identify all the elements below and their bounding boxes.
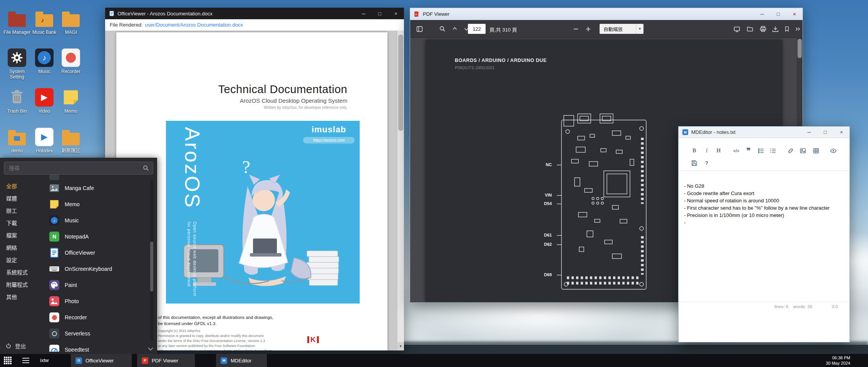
- italic-icon[interactable]: I: [702, 147, 711, 155]
- desktop-icon-holodex[interactable]: ▶ Holodex: [30, 127, 59, 153]
- page-number-input[interactable]: [468, 24, 486, 34]
- app-row-music[interactable]: ♪ Music: [45, 212, 149, 229]
- scrollbar-thumb[interactable]: [798, 39, 802, 58]
- bullet-list-icon[interactable]: [757, 147, 765, 155]
- zoom-out-icon[interactable]: [572, 25, 580, 33]
- close-button[interactable]: ×: [833, 127, 850, 138]
- desktop-icon-demo[interactable]: demo: [3, 127, 31, 153]
- minimize-button[interactable]: ─: [355, 8, 372, 19]
- mdeditor-icon: M: [682, 129, 688, 135]
- file-path-link[interactable]: user/Document/Arozos Documentation.docx: [145, 22, 243, 28]
- app-row-onscreenkeyboard[interactable]: OnScreenKeyboard: [45, 261, 149, 277]
- category-settings[interactable]: 設定: [0, 254, 45, 266]
- bookmark-icon[interactable]: [783, 25, 791, 33]
- maximize-button[interactable]: □: [817, 127, 833, 138]
- category-accessories[interactable]: 附屬程式: [0, 279, 45, 291]
- sidebar-toggle-icon[interactable]: [416, 25, 423, 33]
- app-row-officeviewer[interactable]: OfficeViewer: [45, 245, 149, 261]
- scroll-more-chevron-icon[interactable]: [147, 347, 154, 351]
- app-row-speedtest[interactable]: Speedtest: [45, 342, 149, 352]
- image-icon[interactable]: [799, 147, 807, 155]
- app-row-photo[interactable]: Photo: [45, 293, 149, 309]
- desktop-icon-system-setting[interactable]: System Setting: [3, 48, 31, 80]
- app-row-paint[interactable]: Paint: [45, 277, 149, 293]
- more-tools-icon[interactable]: [794, 25, 801, 33]
- start-grid-icon[interactable]: [4, 357, 12, 364]
- scroll-down-button[interactable]: ▼: [397, 342, 404, 350]
- icon-label: MAGI: [57, 30, 85, 35]
- search-input[interactable]: [4, 165, 143, 171]
- desktop-icon-music[interactable]: ♪ Music: [30, 48, 59, 74]
- category-system[interactable]: 系統程式: [0, 266, 45, 279]
- close-button[interactable]: ×: [388, 8, 404, 19]
- markdown-text-area[interactable]: - No G28 - Gcode rewrite after Cura exor…: [679, 171, 833, 300]
- app-row-recorder[interactable]: Recorder: [45, 309, 149, 325]
- category-download[interactable]: 下載: [0, 217, 45, 229]
- desktop-icon-folder[interactable]: 創新匯区: [57, 127, 85, 153]
- desktop-icon-trash-bin[interactable]: Trash Bin: [3, 87, 31, 114]
- icon-label: Music Bank: [30, 30, 59, 35]
- logout-button[interactable]: 登出: [0, 339, 26, 353]
- numbered-list-icon[interactable]: [769, 147, 777, 155]
- search-bar[interactable]: [4, 162, 153, 175]
- svg-text:?: ?: [242, 157, 250, 177]
- desktop-icon-memo[interactable]: Memo: [57, 87, 85, 114]
- minimize-button[interactable]: ─: [801, 127, 817, 138]
- desktop-icon-recorder[interactable]: Recorder: [57, 48, 85, 74]
- presentation-mode-icon[interactable]: [733, 25, 741, 33]
- window-title: MDEditor - notes.txt: [691, 129, 736, 135]
- zoom-in-icon[interactable]: [584, 25, 592, 33]
- officeviewer-titlebar[interactable]: OfficeViewer - Arozos Documentation.docx…: [105, 8, 404, 19]
- category-network[interactable]: 網絡: [0, 242, 45, 254]
- open-file-icon[interactable]: [746, 25, 754, 33]
- bold-icon[interactable]: B: [690, 147, 699, 155]
- editor-statusbar: lines: 6 words: 35 0.0: [679, 302, 850, 312]
- category-office[interactable]: 辦工: [0, 205, 45, 217]
- maximize-button[interactable]: □: [770, 8, 786, 20]
- scrollbar-thumb[interactable]: [398, 35, 403, 131]
- desktop-icon-magi[interactable]: MAGI: [57, 8, 85, 35]
- taskbar-button-officeviewer[interactable]: O OfficeViewer: [71, 354, 132, 367]
- taskbar-button-mdeditor[interactable]: M MDEditor: [216, 354, 267, 367]
- scrollbar-thumb[interactable]: [150, 242, 153, 292]
- category-media[interactable]: 媒體: [0, 192, 45, 205]
- link-icon[interactable]: [786, 147, 795, 155]
- heading-icon[interactable]: H: [714, 147, 723, 155]
- desktop-icon-music-bank[interactable]: ♪ Music Bank: [30, 8, 59, 35]
- app-row-notepada[interactable]: N NotepadA: [45, 229, 149, 245]
- zoom-select[interactable]: 自動縮放 ▼: [600, 24, 643, 34]
- minimize-button[interactable]: ─: [754, 8, 770, 20]
- code-icon[interactable]: </>: [732, 147, 741, 155]
- preview-eye-icon[interactable]: [829, 147, 838, 155]
- search-icon[interactable]: [439, 25, 446, 33]
- category-all[interactable]: 全部: [0, 180, 45, 192]
- save-icon[interactable]: [690, 159, 699, 167]
- cover-illustration: ? ArozOS Open source web desktop platfor…: [166, 121, 360, 304]
- quote-icon[interactable]: ❞: [744, 147, 753, 155]
- notepad-icon: N: [49, 232, 59, 242]
- vertical-scrollbar[interactable]: ▼: [397, 31, 404, 350]
- taskbar-clock: 06:38 PM 30 May 2024: [826, 355, 850, 366]
- category-files[interactable]: 檔案: [0, 229, 45, 242]
- desktop-icon-video[interactable]: ▶ Video: [30, 87, 59, 114]
- pdfviewer-titlebar[interactable]: P PDF Viewer ─ □ ×: [410, 8, 803, 20]
- print-icon[interactable]: [759, 25, 767, 33]
- app-row-serverless[interactable]: Serverless: [45, 325, 149, 342]
- category-other[interactable]: 其他: [0, 291, 45, 303]
- download-icon[interactable]: [771, 25, 779, 33]
- copyright-block: Copyright (c) 2021 tobychui Permission i…: [158, 329, 273, 350]
- hamburger-menu-icon[interactable]: [22, 358, 29, 365]
- mdeditor-titlebar[interactable]: M MDEditor - notes.txt ─ □ ×: [679, 127, 850, 138]
- app-row-manga-cafe[interactable]: Manga Cafe: [45, 180, 149, 196]
- table-icon[interactable]: [812, 147, 820, 155]
- app-row-memo[interactable]: Memo: [45, 196, 149, 212]
- close-button[interactable]: ×: [786, 8, 803, 20]
- app-row-partial[interactable]: [45, 175, 149, 180]
- previous-page-icon[interactable]: [451, 25, 459, 33]
- help-icon[interactable]: ?: [702, 159, 711, 167]
- text-line: - First character send has to be "%" fol…: [684, 204, 833, 212]
- maximize-button[interactable]: □: [372, 8, 388, 19]
- startmenu-scrollbar[interactable]: [150, 180, 153, 341]
- desktop-icon-file-manager[interactable]: File Manager: [3, 8, 31, 35]
- taskbar-button-pdfviewer[interactable]: P PDF Viewer: [137, 354, 195, 367]
